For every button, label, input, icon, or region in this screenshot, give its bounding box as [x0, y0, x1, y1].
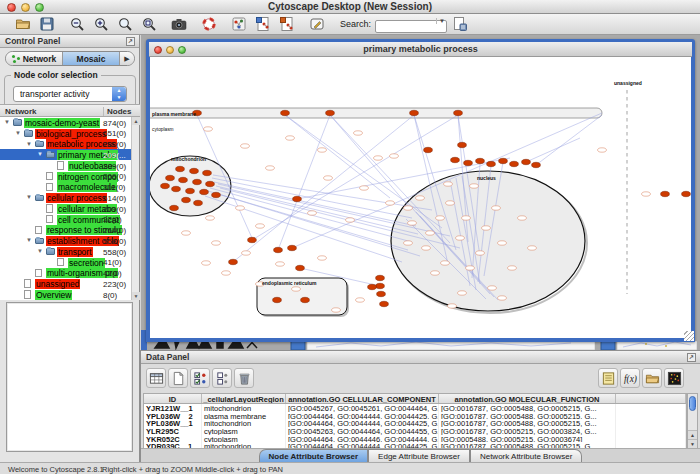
network-node-selected[interactable] — [376, 275, 385, 280]
network-node[interactable] — [528, 246, 537, 250]
network-node[interactable] — [206, 216, 215, 220]
tree-item-biological-process[interactable]: ▼biological_process651(0) — [0, 128, 132, 139]
network-node[interactable] — [346, 218, 355, 222]
network-node-selected[interactable] — [200, 189, 209, 194]
zoom-in-icon[interactable] — [92, 16, 109, 33]
network-node-selected[interactable] — [170, 205, 179, 210]
tree-item-metabolic-process[interactable]: ▼metabolic process280(0) — [0, 139, 132, 150]
network-node[interactable] — [416, 196, 425, 200]
tab-node-attribute-browser[interactable]: Node Attribute Browser — [259, 449, 369, 462]
notes-icon[interactable] — [598, 368, 618, 388]
matrix-icon[interactable] — [664, 368, 684, 388]
column-header[interactable] — [616, 394, 686, 403]
network-node-selected[interactable] — [194, 200, 203, 205]
expand-arrow-icon[interactable]: ▼ — [37, 151, 43, 157]
network-node-selected[interactable] — [179, 177, 188, 182]
network-node[interactable] — [498, 241, 507, 245]
table-row[interactable]: YPL036W__1mitochondrion[GO:0044464, GO:0… — [144, 419, 686, 427]
network-files-icon[interactable] — [230, 16, 247, 33]
network-node[interactable] — [332, 308, 341, 312]
vizmapper-icon[interactable] — [308, 16, 325, 33]
tree-item-nucleobase-[interactable]: nucleobase-209(0) — [0, 160, 132, 171]
network-node[interactable] — [318, 148, 327, 152]
table-scrollbar-thumb[interactable] — [689, 396, 696, 411]
table-row[interactable]: YKR052Ccytoplasm[GO:0044464, GO:0044446,… — [144, 435, 686, 443]
open-file-icon[interactable] — [14, 16, 31, 33]
zoom-selected-icon[interactable] — [140, 16, 157, 33]
network-node[interactable] — [324, 176, 333, 180]
network-node[interactable] — [518, 216, 527, 220]
save-session-icon[interactable] — [38, 16, 55, 33]
network-node[interactable] — [431, 271, 440, 275]
expand-arrow-icon[interactable]: ▼ — [26, 141, 32, 147]
network-node-selected[interactable] — [368, 284, 377, 289]
network-node-selected[interactable] — [410, 110, 419, 115]
network-node[interactable] — [241, 144, 250, 148]
search-dropdown-icon[interactable]: ▼ — [436, 18, 445, 24]
network-node-selected[interactable] — [193, 179, 202, 184]
network-node[interactable] — [374, 156, 383, 160]
network-node[interactable] — [492, 206, 501, 210]
network-node-selected[interactable] — [288, 245, 297, 250]
network-node-selected[interactable] — [377, 291, 386, 296]
tree-item-multi-organism-pro[interactable]: multi-organism pro42(0) — [0, 268, 132, 279]
network-node-selected[interactable] — [522, 159, 531, 164]
network-node[interactable] — [441, 261, 450, 265]
network-window-titlebar[interactable]: primary metabolic process — [149, 42, 692, 57]
network-node[interactable] — [458, 291, 467, 295]
network-node[interactable] — [266, 166, 275, 170]
network-node[interactable] — [422, 246, 431, 250]
network-node[interactable] — [436, 216, 445, 220]
plasma-membrane-region[interactable] — [150, 108, 602, 118]
network-node[interactable] — [408, 221, 417, 225]
network-node[interactable] — [444, 182, 453, 186]
network-node-selected[interactable] — [296, 265, 305, 270]
tree-item-transport[interactable]: ▼transport558(0) — [0, 246, 132, 257]
network-node[interactable] — [202, 261, 211, 265]
network-node-selected[interactable] — [166, 175, 175, 180]
import-table-icon[interactable] — [278, 16, 295, 33]
tab-mosaic[interactable]: Mosaic — [63, 52, 120, 65]
column-header[interactable]: _cellularLayoutRegion — [202, 394, 286, 403]
grid-select-icon[interactable] — [146, 368, 166, 388]
tree-item-response-to-stimulu[interactable]: response to stimulu264(0) — [0, 225, 132, 236]
expand-arrow-icon[interactable]: ▼ — [15, 130, 21, 136]
network-node[interactable] — [242, 251, 251, 255]
expand-arrow-icon[interactable]: ▼ — [37, 248, 43, 254]
network-node[interactable] — [222, 271, 231, 275]
float-data-panel-icon[interactable]: ↗ — [687, 353, 696, 362]
network-node-selected[interactable] — [203, 170, 212, 175]
search-options-icon[interactable] — [451, 16, 468, 33]
expand-arrow-icon[interactable]: ▼ — [4, 119, 10, 125]
formula-icon[interactable]: f(x) — [620, 368, 640, 388]
network-node[interactable] — [204, 127, 213, 131]
network-node-selected[interactable] — [172, 186, 181, 191]
network-node-selected[interactable] — [451, 157, 460, 162]
network-node[interactable] — [456, 236, 465, 240]
column-header[interactable]: annotation.GO CELLULAR_COMPONENT — [286, 394, 439, 403]
network-node[interactable] — [470, 184, 479, 188]
network-node-selected[interactable] — [293, 196, 302, 201]
tab-edge-attribute-browser[interactable]: Edge Attribute Browser — [368, 449, 470, 462]
tree-item-macromolecule[interactable]: macromolecule311(0) — [0, 182, 132, 193]
tree-item-cellular-metabo[interactable]: cellular metabo209(0) — [0, 203, 132, 214]
network-node[interactable] — [390, 154, 399, 158]
network-node-selected[interactable] — [499, 158, 508, 163]
tab-network-attribute-browser[interactable]: Network Attribute Browser — [470, 449, 582, 462]
tree-scrollbar[interactable]: ▲ ▼ — [131, 117, 139, 300]
network-node-selected[interactable] — [206, 181, 215, 186]
network-node-selected[interactable] — [190, 168, 199, 173]
network-node[interactable] — [426, 231, 435, 235]
network-node[interactable] — [182, 231, 191, 235]
network-node-selected[interactable] — [476, 158, 485, 163]
network-node[interactable] — [448, 304, 457, 308]
network-node[interactable] — [354, 131, 363, 135]
network-node-selected[interactable] — [380, 301, 389, 306]
network-node-selected[interactable] — [281, 110, 290, 115]
network-node[interactable] — [498, 296, 507, 300]
network-node[interactable] — [236, 206, 245, 210]
node-color-dropdown[interactable]: transporter activity ▲▼ — [13, 86, 127, 102]
tab-network[interactable]: Network — [6, 52, 63, 65]
tree-item-secretion[interactable]: secretion41(0) — [0, 257, 132, 268]
tree-item-overview[interactable]: Overview8(0) — [0, 289, 132, 300]
